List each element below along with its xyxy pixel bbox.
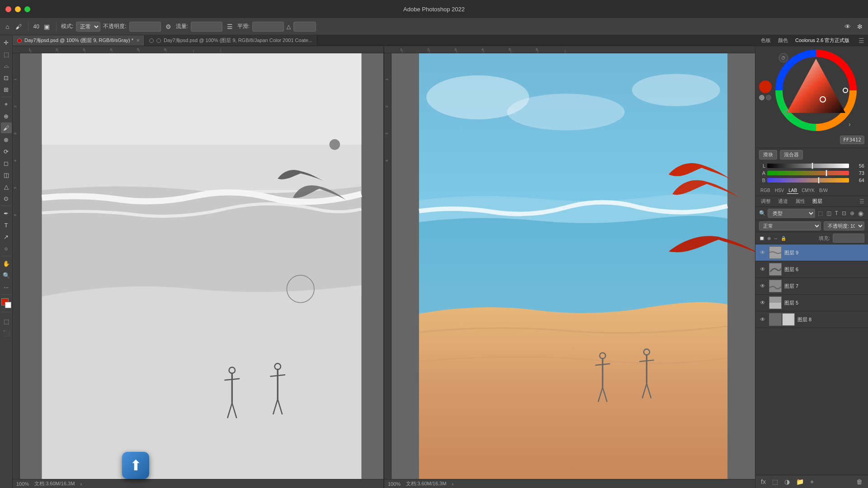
swatches-tab[interactable]: 色板 <box>759 37 773 44</box>
layer-text-icon[interactable]: T <box>834 209 839 217</box>
layer-blend-mode-select[interactable]: 正常 <box>759 221 821 230</box>
b-slider-track[interactable] <box>767 178 849 183</box>
maximize-button[interactable] <box>24 6 30 12</box>
l-slider-thumb[interactable] <box>811 163 813 169</box>
b-slider-thumb[interactable] <box>818 177 820 183</box>
layer-item-9[interactable]: 👁 图层 9 <box>755 244 868 261</box>
add-mask-btn[interactable]: ⬚ <box>770 477 780 486</box>
properties-tab[interactable]: 属性 <box>793 197 807 206</box>
lab-tab[interactable]: LAB <box>787 188 798 194</box>
color-tab[interactable]: 颜色 <box>776 37 790 44</box>
smooth-input[interactable]: 10% <box>252 22 284 32</box>
panel-menu-btn[interactable]: ☰ <box>859 37 864 44</box>
layer-adjust-icon[interactable]: ◫ <box>826 209 832 217</box>
gradient-tool[interactable]: ◫ <box>1 169 12 180</box>
slider-mode-btn[interactable]: 滑块 <box>759 150 777 160</box>
move-tool[interactable]: ✛ <box>1 37 12 48</box>
minimize-button[interactable] <box>15 6 21 12</box>
layers-tab[interactable]: 图层 <box>811 197 824 206</box>
coolorus-tab[interactable]: Coolorus 2.6 官方正式版 <box>793 37 851 44</box>
mode-select[interactable]: 正常 <box>76 22 100 32</box>
crop-tool[interactable]: ⊞ <box>1 84 12 95</box>
layer-item-5[interactable]: 👁 图层 5 <box>755 295 868 311</box>
opacity-extra-button[interactable]: ⚙ <box>164 22 173 31</box>
background-color[interactable] <box>5 302 11 308</box>
add-layer-btn[interactable]: + <box>808 477 816 486</box>
right-canvas-viewport[interactable] <box>392 53 755 479</box>
extra-button-2[interactable]: ❇ <box>855 22 864 31</box>
flow-input[interactable]: 100% <box>191 22 222 32</box>
delete-layer-btn[interactable]: 🗑 <box>854 477 864 486</box>
a-slider-thumb[interactable] <box>826 170 827 176</box>
layer-opacity-select[interactable]: 不透明度: 100% <box>824 221 864 230</box>
pen-tool[interactable]: ✒ <box>1 208 12 219</box>
extra-tool[interactable]: ··· <box>1 282 12 292</box>
layer-5-visibility[interactable]: 👁 <box>759 299 766 306</box>
brush-tool[interactable]: 🖌 <box>1 122 12 133</box>
left-status-arrow[interactable]: › <box>80 481 82 487</box>
swatch-gray[interactable] <box>759 95 764 100</box>
layer-toggle-icon[interactable]: ◉ <box>857 209 864 218</box>
select-tool[interactable]: ⊡ <box>1 72 12 83</box>
cmyk-tab[interactable]: CMYK <box>800 188 816 194</box>
right-status-arrow[interactable]: › <box>452 481 453 487</box>
layer-filter-icon[interactable]: ⬚ <box>817 209 824 217</box>
left-canvas-tab[interactable]: Day7海psd.psd @ 100% (图层 9, RGB/8/sGray) … <box>13 35 145 46</box>
opacity-input[interactable]: 100% <box>129 22 161 32</box>
left-tab-close-btn[interactable]: ✕ <box>136 38 140 43</box>
screen-mode-tool[interactable]: ⬛ <box>1 328 12 338</box>
eyedropper-tool[interactable]: ⌖ <box>1 99 12 110</box>
layer-7-visibility[interactable]: 👁 <box>759 282 766 290</box>
close-button[interactable] <box>5 6 11 12</box>
hand-tool[interactable]: ✋ <box>1 258 12 269</box>
layer-effect-icon[interactable]: ⊕ <box>849 209 855 217</box>
blur-tool[interactable]: △ <box>1 181 12 192</box>
home-button[interactable]: ⌂ <box>4 22 11 31</box>
layer-item-7[interactable]: 👁 图层 7 <box>755 278 868 295</box>
brush-tool-button[interactable]: 🖌 <box>14 22 24 31</box>
add-group-btn[interactable]: 📁 <box>794 477 806 486</box>
marquee-tool[interactable]: ⬚ <box>1 49 12 60</box>
a-slider-track[interactable] <box>767 171 849 175</box>
path-tool[interactable]: ↗ <box>1 231 12 242</box>
fill-value-input[interactable]: 100% <box>833 234 864 243</box>
channels-tab[interactable]: 通道 <box>776 197 790 206</box>
lasso-tool[interactable]: ⌓ <box>1 61 12 71</box>
swatch-dark[interactable] <box>766 95 771 100</box>
brush-settings-button[interactable]: ▣ <box>42 22 52 31</box>
eraser-tool[interactable]: ◻ <box>1 158 12 169</box>
layer-shape-icon[interactable]: ⊡ <box>841 209 847 217</box>
extra-button-1[interactable]: 👁 <box>843 22 853 31</box>
right-canvas-tab[interactable]: Day7海psd.psd @ 100% (图层 9, RGB/8/Japan C… <box>145 35 317 46</box>
layer-type-select[interactable]: 类型 <box>768 209 815 218</box>
add-adjustment-btn[interactable]: ◑ <box>783 477 792 486</box>
add-style-btn[interactable]: fx <box>759 477 768 486</box>
zoom-tool[interactable]: 🔍 <box>1 270 12 281</box>
bw-tab[interactable]: B/W <box>818 188 829 194</box>
blend-mode-btn[interactable]: 混合器 <box>780 150 803 160</box>
layers-panel-menu[interactable]: ☰ <box>859 198 864 205</box>
flow-extra-button[interactable]: ☰ <box>225 22 235 31</box>
clone-tool[interactable]: ⊗ <box>1 134 12 145</box>
mask-tool[interactable]: ⬚ <box>1 316 12 327</box>
layer-9-visibility[interactable]: 👁 <box>759 249 766 256</box>
shape-tool[interactable]: ○ <box>1 243 12 254</box>
text-tool[interactable]: T <box>1 220 12 230</box>
hex-value[interactable]: FF3412 <box>840 136 864 144</box>
heal-tool[interactable]: ⊕ <box>1 111 12 122</box>
color-picker[interactable] <box>1 298 11 308</box>
layer-8-visibility[interactable]: 👁 <box>759 316 766 323</box>
dodge-tool[interactable]: ⊙ <box>1 193 12 204</box>
color-wheel[interactable]: ⏱ › <box>775 50 857 131</box>
left-canvas-viewport[interactable] <box>20 53 383 479</box>
upload-taskbar-icon[interactable]: ⬆ <box>122 452 149 479</box>
layer-item-8[interactable]: 👁 图层 8 <box>755 311 868 328</box>
history-tool[interactable]: ⟳ <box>1 146 12 157</box>
l-slider-track[interactable] <box>767 164 849 168</box>
active-color-swatch[interactable] <box>759 80 772 93</box>
layer-6-visibility[interactable]: 👁 <box>759 266 766 273</box>
hsv-tab[interactable]: HSV <box>774 188 786 194</box>
angle-input[interactable]: 0° <box>293 22 316 32</box>
adjustment-tab[interactable]: 调整 <box>759 197 773 206</box>
rgb-tab[interactable]: RGB <box>759 188 772 194</box>
